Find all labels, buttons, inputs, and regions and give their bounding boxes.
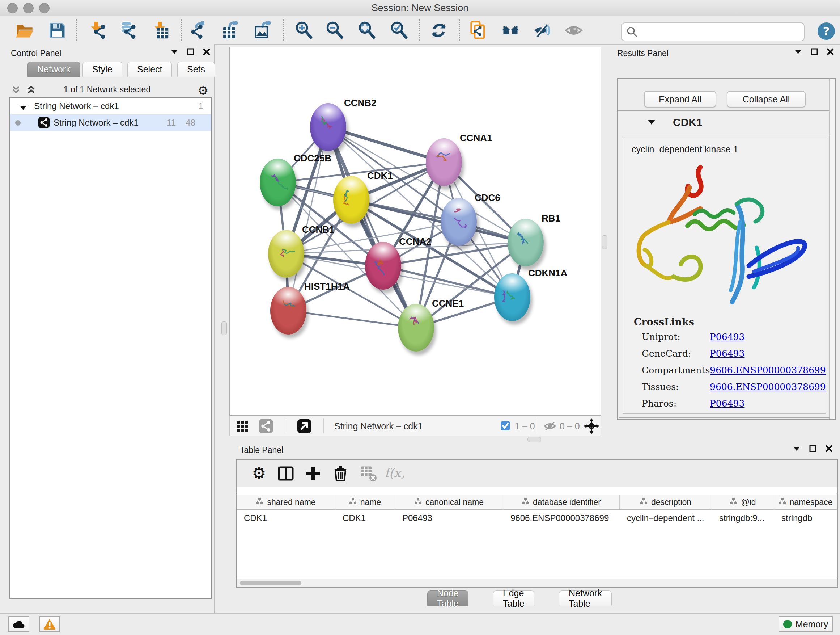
string-hide-glass-icon[interactable] [533, 21, 552, 40]
crosslink-value-link[interactable]: 9606.ENSP00000378699 [710, 365, 826, 375]
tab-node-table[interactable]: Node Table [427, 591, 469, 606]
tree-caret-icon[interactable] [19, 103, 27, 113]
table-cell[interactable]: stringdb [774, 510, 837, 526]
table-cell[interactable]: P06493 [395, 510, 503, 526]
birds-eye-share-icon[interactable] [259, 419, 273, 435]
gear-icon[interactable]: ⚙ [250, 465, 268, 482]
export-image-icon[interactable] [253, 21, 272, 40]
column-header-shared-name[interactable]: shared name [237, 495, 335, 509]
column-header-canonical-name[interactable]: canonical name [395, 495, 503, 509]
refresh-icon[interactable] [429, 21, 448, 40]
crosslink-value-link[interactable]: P06493 [710, 332, 745, 342]
export-network-icon[interactable] [190, 21, 209, 40]
network-node-ccnb1[interactable] [268, 230, 304, 278]
right-splitter-handle[interactable] [602, 235, 607, 249]
warning-status-button[interactable] [39, 616, 60, 632]
table-row[interactable]: CDK1CDK1P064939606.ENSP00000378699cyclin… [237, 510, 837, 526]
network-node-ccna1[interactable] [426, 138, 462, 186]
tab-network[interactable]: Network [27, 62, 80, 77]
search-box[interactable] [621, 22, 805, 41]
tab-network-table[interactable]: Network Table [559, 591, 612, 606]
import-network-file-icon[interactable] [88, 21, 107, 40]
column-header-namespace[interactable]: namespace [774, 495, 837, 509]
function-builder-icon[interactable]: f(x) [386, 465, 404, 482]
crosslink-value-link[interactable]: P06493 [710, 348, 745, 359]
network-node-cdc25b[interactable] [260, 158, 296, 206]
column-header--id[interactable]: @id [712, 495, 774, 509]
panel-menu-caret-icon[interactable] [171, 48, 178, 57]
help-icon[interactable]: ? [817, 22, 836, 41]
zoom-in-icon[interactable] [294, 21, 313, 40]
table-cell[interactable]: CDK1 [237, 510, 335, 526]
collapse-all-button[interactable]: Collapse All [727, 91, 806, 108]
table-cell[interactable]: CDK1 [335, 510, 395, 526]
table-cell[interactable]: stringdb:9... [712, 510, 774, 526]
export-table-icon[interactable] [221, 21, 240, 40]
column-header-name[interactable]: name [335, 495, 395, 509]
table-horizontal-scrollbar[interactable] [237, 579, 837, 587]
string-eye-icon[interactable] [564, 21, 583, 40]
network-node-ccna2[interactable] [365, 242, 401, 290]
network-node-cdk1[interactable] [333, 176, 369, 224]
network-node-cdkn1a[interactable] [494, 273, 531, 321]
network-node-cdc6[interactable] [441, 198, 477, 246]
memory-button[interactable]: Memory [778, 616, 833, 632]
crosslink-value-link[interactable]: P06493 [710, 398, 745, 409]
open-in-new-icon[interactable] [297, 418, 312, 435]
string-protein-query-icon[interactable] [469, 21, 488, 40]
network-row-selected[interactable]: String Network – cdk1 11 48 [10, 114, 211, 131]
tab-edge-table[interactable]: Edge Table [493, 591, 534, 606]
tab-style[interactable]: Style [82, 62, 122, 77]
column-header-description[interactable]: description [620, 495, 712, 509]
cloud-status-button[interactable] [8, 616, 29, 632]
import-network-database-icon[interactable] [119, 21, 138, 40]
network-node-hist1h1a[interactable] [270, 287, 306, 334]
panel-float-icon[interactable] [810, 48, 818, 57]
table-cell[interactable]: 9606.ENSP00000378699 [503, 510, 620, 526]
network-node-ccne1[interactable] [398, 304, 434, 352]
zoom-selected-icon[interactable] [390, 21, 409, 40]
table-cell[interactable]: cyclin–dependent ... [620, 510, 712, 526]
panel-float-icon[interactable] [187, 48, 195, 57]
selected-checkbox-icon[interactable] [500, 421, 510, 432]
gene-section-header[interactable]: CDK1 [619, 111, 829, 134]
panel-close-icon[interactable] [825, 445, 833, 454]
columns-icon[interactable] [277, 465, 294, 482]
toolbar-separator [76, 19, 77, 41]
network-node-ccnb2[interactable] [310, 103, 346, 151]
results-scrollbar[interactable] [829, 79, 835, 419]
delete-column-icon[interactable] [332, 465, 349, 482]
section-caret-icon[interactable] [647, 119, 655, 127]
network-canvas[interactable]: CCNB2CCNA1CDC25BCDK1CDC6RB1CCNB1CCNA2CDK… [229, 47, 601, 416]
crosslink-value-link[interactable]: 9606.ENSP00000378699 [710, 382, 826, 392]
panel-menu-caret-icon[interactable] [793, 445, 801, 454]
control-panel-title: Control Panel [11, 49, 61, 58]
scrollbar-thumb[interactable] [240, 581, 302, 585]
tab-sets[interactable]: Sets [177, 62, 215, 77]
column-header-database-identifier[interactable]: database identifier [503, 495, 620, 509]
hidden-eye-icon[interactable] [544, 421, 556, 433]
panel-close-icon[interactable] [202, 48, 210, 57]
delete-table-icon[interactable] [360, 465, 377, 482]
tab-select[interactable]: Select [127, 62, 172, 77]
network-collection-row[interactable]: String Network – cdk1 1 [10, 98, 211, 114]
import-table-icon[interactable] [152, 21, 171, 40]
panel-close-icon[interactable] [826, 48, 834, 57]
search-input[interactable] [642, 25, 799, 38]
open-session-icon[interactable] [15, 21, 34, 40]
network-edge-count: 48 [186, 118, 195, 128]
expand-all-button[interactable]: Expand All [644, 91, 716, 108]
add-column-icon[interactable] [304, 465, 322, 482]
zoom-out-icon[interactable] [325, 21, 344, 40]
cloud-icon [12, 619, 25, 629]
tree-options-gear-icon[interactable]: ⚙ [197, 83, 208, 98]
grid-view-icon[interactable] [237, 420, 248, 433]
panel-float-icon[interactable] [809, 445, 817, 454]
panel-menu-caret-icon[interactable] [794, 48, 802, 57]
move-crosshair-icon[interactable] [584, 418, 600, 435]
string-home-icon[interactable] [501, 21, 520, 40]
left-splitter-handle[interactable] [221, 321, 227, 335]
zoom-fit-icon[interactable] [357, 21, 376, 40]
save-session-icon[interactable] [48, 21, 66, 40]
network-node-rb1[interactable] [508, 219, 544, 266]
